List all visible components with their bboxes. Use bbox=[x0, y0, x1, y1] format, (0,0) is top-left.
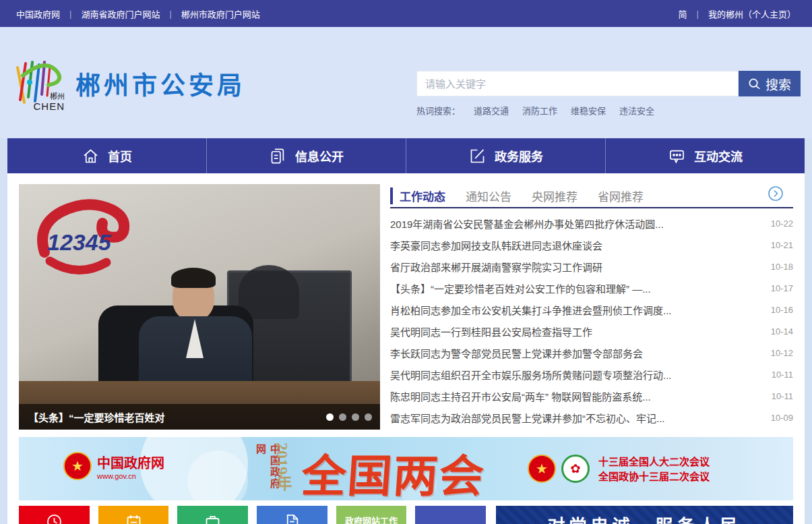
nav-item-home[interactable]: 首页 bbox=[7, 138, 207, 173]
police-motto-banner[interactable]: 对党忠诚 服务人民 bbox=[496, 506, 793, 524]
banner-npc-line: 十三届全国人大二次会议 bbox=[598, 455, 710, 469]
hot-word-stability[interactable]: 维稳安保 bbox=[571, 104, 606, 117]
news-row[interactable]: 【头条】“一定要珍惜老百姓对公安工作的包容和理解” —... 10-17 bbox=[390, 277, 793, 299]
banner-year: 2019年 bbox=[271, 442, 294, 491]
link-hunan-gov[interactable]: 湖南省政府门户网站 bbox=[81, 7, 160, 20]
tab-province-recommend[interactable]: 省网推荐 bbox=[598, 187, 644, 204]
headline-carousel[interactable]: 12345 【头条】“一定要珍惜老百姓对 bbox=[19, 184, 380, 430]
carousel-dot-4[interactable] bbox=[365, 413, 372, 421]
nav-item-interaction[interactable]: 互动交流 bbox=[606, 138, 805, 173]
clock-icon bbox=[45, 513, 63, 524]
link-simplified[interactable]: 简 bbox=[679, 7, 687, 20]
quick-link-tile-3[interactable] bbox=[177, 506, 248, 524]
top-utility-bar: 中国政府网 | 湖南省政府门户网站 | 郴州市政府门户网站 简 | 我的郴州（个… bbox=[0, 0, 812, 27]
tab-notices[interactable]: 通知公告 bbox=[466, 187, 511, 204]
carousel-dot-3[interactable] bbox=[352, 413, 359, 421]
search-icon bbox=[748, 78, 761, 90]
quick-links-row: 政府网站工作 对党忠诚 服务人民 bbox=[19, 506, 793, 524]
news-date: 10-17 bbox=[771, 283, 793, 293]
tab-work-news[interactable]: 工作动态 bbox=[390, 187, 445, 204]
national-emblem-icon: ★ bbox=[63, 452, 92, 480]
tab-central-recommend[interactable]: 央网推荐 bbox=[532, 187, 577, 204]
search-button-label: 搜索 bbox=[766, 75, 791, 93]
tile-label: 政府网站工作 bbox=[345, 514, 398, 524]
news-row[interactable]: 2019年湖南省公安民警基金会郴州办事处第四批疗休活动圆... 10-22 bbox=[390, 212, 793, 234]
news-row[interactable]: 肖松柏同志参加全市公安机关集打斗争推进会暨刑侦工作调度... 10-16 bbox=[390, 299, 793, 320]
nav-label: 首页 bbox=[108, 147, 132, 165]
topbar-right-links: 简 | 我的郴州（个人主页） bbox=[679, 7, 796, 20]
report-doc-icon bbox=[283, 513, 301, 524]
news-row[interactable]: 雷志军同志为政治部党员民警上党课并参加“不忘初心、牢记... 10-09 bbox=[390, 407, 793, 428]
gov-logo-block: ★ 中国政府网 www.gov.cn bbox=[63, 452, 164, 480]
carousel-photo-person-hair bbox=[171, 268, 216, 288]
news-row[interactable]: 吴代明同志组织召开全市娱乐服务场所黄赌问题专项整治行动... 10-11 bbox=[390, 363, 793, 385]
news-list: 2019年湖南省公安民警基金会郴州办事处第四批疗休活动圆... 10-22 李英… bbox=[390, 212, 793, 428]
news-date: 10-18 bbox=[771, 262, 793, 272]
briefcase-icon bbox=[204, 513, 222, 524]
banner-main-title: 全国两会 bbox=[300, 440, 488, 500]
news-tabs: 工作动态 通知公告 央网推荐 省网推荐 bbox=[390, 184, 793, 208]
hot-word-illegal[interactable]: 违法安全 bbox=[619, 104, 654, 117]
news-title: 吴代明同志组织召开全市娱乐服务场所黄赌问题专项整治行动... bbox=[390, 368, 672, 382]
nav-label: 信息公开 bbox=[295, 147, 344, 165]
gov-site-url: www.gov.cn bbox=[97, 472, 164, 480]
news-row[interactable]: 李长跃同志为警令部党员民警上党课并参加警令部部务会 10-12 bbox=[390, 342, 793, 363]
site-header: 郴州 CHEN 郴州市公安局 搜索 热词搜索： 道路交通 消防工作 维稳安保 违… bbox=[0, 27, 812, 138]
site-logo-icon: 郴州 CHEN bbox=[9, 55, 66, 112]
news-row[interactable]: 吴代明同志一行到桂阳县公安局检查指导工作 10-14 bbox=[390, 320, 793, 342]
carousel-dots bbox=[326, 413, 372, 421]
search-area: 搜索 热词搜索： 道路交通 消防工作 维稳安保 违法安全 bbox=[416, 71, 801, 117]
news-date: 10-22 bbox=[771, 219, 793, 229]
link-my-chenzhou[interactable]: 我的郴州（个人主页） bbox=[708, 7, 796, 20]
main-content: 12345 【头条】“一定要珍惜老百姓对 bbox=[7, 173, 805, 524]
banner-cppcc-line: 全国政协十三届二次会议 bbox=[598, 469, 710, 484]
divider: | bbox=[697, 9, 699, 19]
news-panel: 工作动态 通知公告 央网推荐 省网推荐 2019年湖南省公安民警基金会郴州办事处… bbox=[390, 184, 793, 430]
hotline-12345-logo: 12345 bbox=[24, 188, 139, 289]
hot-word-fire[interactable]: 消防工作 bbox=[522, 104, 557, 117]
quick-link-tile-website-report[interactable]: 政府网站工作 bbox=[336, 506, 407, 524]
page-title: 郴州市公安局 bbox=[75, 65, 245, 102]
nav-item-services[interactable]: 政务服务 bbox=[406, 138, 606, 173]
news-row[interactable]: 李英豪同志参加网技支队韩跃进同志退休座谈会 10-21 bbox=[390, 234, 793, 256]
topbar-left-links: 中国政府网 | 湖南省政府门户网站 | 郴州市政府门户网站 bbox=[16, 7, 260, 20]
home-icon bbox=[82, 147, 100, 165]
carousel-dot-1[interactable] bbox=[326, 413, 334, 421]
news-row[interactable]: 陈忠明同志主持召开市公安局“两车” 物联网智能防盗系统... 10-11 bbox=[390, 385, 793, 407]
hot-search-row: 热词搜索： 道路交通 消防工作 维稳安保 违法安全 bbox=[416, 104, 801, 117]
news-title: 省厅政治部来郴开展湖南警察学院实习工作调研 bbox=[390, 260, 602, 274]
nav-item-info-disclosure[interactable]: 信息公开 bbox=[207, 138, 406, 173]
nav-label: 政务服务 bbox=[495, 147, 543, 165]
carousel-dot-2[interactable] bbox=[339, 413, 346, 421]
news-date: 10-11 bbox=[772, 391, 793, 401]
search-button[interactable]: 搜索 bbox=[739, 71, 801, 96]
site-brand[interactable]: 郴州 CHEN 郴州市公安局 bbox=[9, 55, 245, 112]
nav-label: 互动交流 bbox=[694, 147, 743, 165]
news-title: 肖松柏同志参加全市公安机关集打斗争推进会暨刑侦工作调度... bbox=[390, 303, 672, 317]
quick-link-tile-1[interactable] bbox=[19, 506, 90, 524]
news-date: 10-11 bbox=[772, 370, 793, 380]
cppcc-emblem-icon: ✿ bbox=[561, 455, 590, 483]
two-sessions-banner[interactable]: ★ 中国政府网 www.gov.cn 中国政府网 2019年 全国两会 ★ ✿ … bbox=[19, 437, 793, 500]
calendar-icon bbox=[125, 513, 143, 524]
search-input[interactable] bbox=[416, 71, 739, 96]
link-china-gov[interactable]: 中国政府网 bbox=[16, 7, 60, 20]
news-title: 【头条】“一定要珍惜老百姓对公安工作的包容和理解” —... bbox=[390, 281, 651, 295]
chat-bubble-icon bbox=[668, 147, 686, 165]
quick-link-tile-2[interactable] bbox=[98, 506, 169, 524]
news-title: 吴代明同志一行到桂阳县公安局检查指导工作 bbox=[390, 324, 592, 339]
info-doc-icon bbox=[269, 147, 287, 165]
news-date: 10-16 bbox=[771, 305, 793, 315]
divider: | bbox=[169, 9, 171, 19]
hot-word-traffic[interactable]: 道路交通 bbox=[474, 104, 509, 117]
more-arrow-icon[interactable] bbox=[768, 185, 784, 202]
logo-en-text: CHEN bbox=[33, 100, 65, 112]
news-date: 10-21 bbox=[771, 240, 793, 250]
link-chenzhou-gov[interactable]: 郴州市政府门户网站 bbox=[181, 7, 260, 20]
news-row[interactable]: 省厅政治部来郴开展湖南警察学院实习工作调研 10-18 bbox=[390, 256, 793, 277]
quick-link-tile-4[interactable] bbox=[257, 506, 327, 524]
main-nav: 首页 信息公开 政务服务 互动交流 bbox=[7, 138, 805, 173]
quick-link-tile-6[interactable] bbox=[415, 506, 486, 524]
banner-emblems: ★ ✿ bbox=[528, 455, 590, 483]
news-title: 陈忠明同志主持召开市公安局“两车” 物联网智能防盗系统... bbox=[390, 389, 651, 403]
